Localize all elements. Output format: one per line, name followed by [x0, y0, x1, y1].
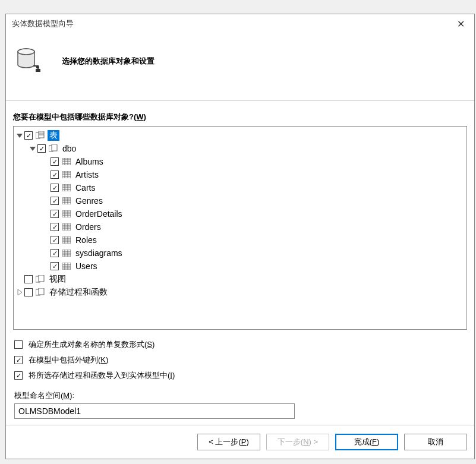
svg-rect-10 [52, 144, 57, 151]
option-import-sp[interactable]: 将所选存储过程和函数导入到实体模型中(I) [14, 368, 466, 383]
checkbox[interactable] [51, 236, 59, 244]
tree-node-table[interactable]: Artists [15, 168, 465, 181]
table-icon [61, 222, 72, 232]
tree-node-tables[interactable]: 表 [15, 129, 465, 142]
tables-icon [35, 131, 46, 140]
table-icon [61, 196, 72, 206]
close-button[interactable]: ✕ [447, 14, 474, 33]
views-icon [35, 274, 46, 284]
tree-node-table[interactable]: Carts [15, 181, 465, 194]
node-label[interactable]: Roles [74, 235, 99, 245]
titlebar: 实体数据模型向导 ✕ [6, 14, 474, 33]
database-icon [15, 47, 44, 75]
table-icon [61, 261, 72, 271]
checkbox[interactable] [14, 371, 23, 380]
tree-node-views[interactable]: 视图 [15, 273, 465, 286]
tree-node-sprocs[interactable]: 存储过程和函数 [15, 286, 465, 299]
table-icon [61, 235, 72, 245]
svg-rect-66 [39, 275, 44, 282]
node-label[interactable]: OrderDetails [74, 209, 124, 219]
node-label[interactable]: sysdiagrams [74, 248, 124, 258]
table-icon [61, 248, 72, 258]
tree-node-table[interactable]: Roles [15, 233, 465, 247]
table-icon [61, 209, 72, 219]
checkbox[interactable] [14, 340, 23, 349]
namespace-label: 模型命名空间(M): [14, 390, 466, 401]
checkbox[interactable] [24, 288, 33, 296]
wizard-dialog: 实体数据模型向导 ✕ 选择您的数据库对象和设置 您要在模型中包括哪些数据库对象?… [5, 14, 475, 459]
expander-icon[interactable] [15, 131, 24, 140]
svg-rect-2 [36, 69, 40, 72]
svg-rect-68 [39, 288, 44, 295]
table-icon [61, 170, 72, 179]
checkbox[interactable] [51, 197, 59, 205]
expander-icon[interactable] [28, 144, 37, 153]
tree-node-table[interactable]: Users [15, 260, 465, 273]
checkbox[interactable] [51, 249, 59, 257]
svg-rect-3 [36, 67, 37, 68]
header-area: 选择您的数据库对象和设置 [6, 33, 474, 101]
checkbox[interactable] [51, 157, 59, 166]
svg-rect-4 [38, 67, 39, 68]
option-fkeys[interactable]: 在模型中包括外键列(K) [14, 352, 466, 368]
tree-node-table[interactable]: Orders [15, 220, 465, 233]
node-label[interactable]: Carts [74, 183, 97, 192]
node-label[interactable]: 存储过程和函数 [48, 287, 109, 298]
tree-node-table[interactable]: Genres [15, 194, 465, 207]
prev-button[interactable]: < 上一步(P) [197, 434, 260, 450]
checkbox[interactable] [24, 275, 33, 283]
tree-view[interactable]: 表 dbo AlbumsArtistsCartsGenresOrderDetai… [13, 126, 467, 330]
tree-node-table[interactable]: sysdiagrams [15, 247, 465, 260]
checkbox[interactable] [24, 131, 33, 140]
node-label[interactable]: 表 [48, 130, 59, 141]
node-label[interactable]: Users [74, 261, 99, 271]
options-area: 确定所生成对象名称的单复数形式(S) 在模型中包括外键列(K) 将所选存储过程和… [13, 330, 467, 419]
checkbox[interactable] [14, 356, 23, 364]
expander-icon[interactable] [15, 288, 24, 297]
tree-node-table[interactable]: OrderDetails [15, 207, 465, 220]
footer: < 上一步(P) 下一步(N) > 完成(F) 取消 [6, 425, 474, 459]
node-label[interactable]: Artists [74, 170, 100, 179]
checkbox[interactable] [51, 171, 59, 179]
checkbox[interactable] [51, 262, 59, 270]
option-label: 在模型中包括外键列(K) [29, 355, 108, 365]
node-label[interactable]: Genres [74, 196, 105, 206]
cancel-button[interactable]: 取消 [404, 434, 467, 450]
dialog-title: 实体数据模型向导 [12, 18, 74, 29]
tree-node-dbo[interactable]: dbo [15, 142, 465, 155]
node-label[interactable]: Orders [74, 222, 103, 232]
option-pluralize[interactable]: 确定所生成对象名称的单复数形式(S) [14, 337, 466, 352]
tree-node-table[interactable]: Albums [15, 155, 465, 168]
schema-icon [48, 144, 59, 153]
node-label[interactable]: dbo [61, 144, 78, 153]
header-title: 选择您的数据库对象和设置 [62, 56, 155, 67]
svg-point-1 [18, 49, 34, 55]
checkbox[interactable] [51, 184, 59, 192]
checkbox[interactable] [51, 210, 59, 218]
node-label[interactable]: 视图 [48, 274, 68, 285]
option-label: 确定所生成对象名称的单复数形式(S) [29, 339, 155, 350]
prompt-label: 您要在模型中包括哪些数据库对象?(W) [13, 112, 467, 122]
table-icon [61, 183, 72, 192]
checkbox[interactable] [51, 223, 59, 231]
next-button: 下一步(N) > [266, 434, 329, 450]
node-label[interactable]: Albums [74, 157, 105, 166]
sprocs-icon [35, 288, 46, 297]
namespace-input[interactable] [14, 403, 295, 419]
finish-button[interactable]: 完成(F) [335, 434, 398, 450]
checkbox[interactable] [37, 144, 46, 153]
table-icon [61, 157, 72, 166]
option-label: 将所选存储过程和函数导入到实体模型中(I) [29, 370, 175, 381]
